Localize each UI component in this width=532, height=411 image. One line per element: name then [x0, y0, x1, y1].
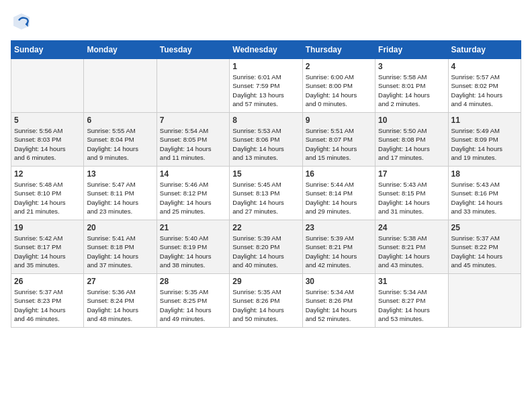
calendar-cell: 28Sunrise: 5:35 AM Sunset: 8:25 PM Dayli…: [157, 274, 229, 328]
weekday-header: Friday: [375, 41, 448, 59]
calendar-cell: [84, 59, 157, 113]
day-number: 23: [306, 223, 372, 232]
day-number: 28: [160, 277, 226, 286]
day-number: 25: [451, 223, 518, 232]
day-details: Sunrise: 5:49 AM Sunset: 8:09 PM Dayligh…: [451, 126, 518, 162]
day-number: 6: [87, 116, 153, 125]
calendar-cell: 6Sunrise: 5:55 AM Sunset: 8:04 PM Daylig…: [84, 113, 157, 167]
calendar-cell: 4Sunrise: 5:57 AM Sunset: 8:02 PM Daylig…: [448, 59, 521, 113]
calendar-cell: 9Sunrise: 5:51 AM Sunset: 8:07 PM Daylig…: [302, 113, 375, 167]
weekday-header: Sunday: [11, 41, 84, 59]
day-details: Sunrise: 5:50 AM Sunset: 8:08 PM Dayligh…: [378, 126, 445, 162]
calendar-week-row: 5Sunrise: 5:56 AM Sunset: 8:03 PM Daylig…: [11, 113, 521, 167]
calendar-cell: [157, 59, 229, 113]
calendar-cell: 18Sunrise: 5:43 AM Sunset: 8:16 PM Dayli…: [448, 167, 521, 220]
calendar-cell: 13Sunrise: 5:47 AM Sunset: 8:11 PM Dayli…: [84, 167, 157, 220]
day-number: 5: [14, 116, 81, 125]
calendar-week-row: 19Sunrise: 5:42 AM Sunset: 8:17 PM Dayli…: [11, 220, 521, 274]
calendar-cell: 20Sunrise: 5:41 AM Sunset: 8:18 PM Dayli…: [84, 220, 157, 274]
calendar-cell: 14Sunrise: 5:46 AM Sunset: 8:12 PM Dayli…: [157, 167, 229, 220]
calendar-cell: 10Sunrise: 5:50 AM Sunset: 8:08 PM Dayli…: [375, 113, 448, 167]
day-number: 22: [232, 223, 299, 232]
calendar-cell: 3Sunrise: 5:58 AM Sunset: 8:01 PM Daylig…: [375, 59, 448, 113]
logo-icon: [11, 11, 32, 32]
day-number: 18: [451, 169, 518, 179]
day-details: Sunrise: 6:00 AM Sunset: 8:00 PM Dayligh…: [306, 73, 372, 108]
day-details: Sunrise: 5:42 AM Sunset: 8:17 PM Dayligh…: [14, 234, 81, 269]
calendar-cell: 22Sunrise: 5:39 AM Sunset: 8:20 PM Dayli…: [230, 220, 302, 274]
day-number: 27: [87, 277, 153, 286]
day-number: 26: [14, 277, 81, 286]
calendar-cell: 2Sunrise: 6:00 AM Sunset: 8:00 PM Daylig…: [302, 59, 375, 113]
calendar-cell: 19Sunrise: 5:42 AM Sunset: 8:17 PM Dayli…: [11, 220, 84, 274]
calendar-cell: 26Sunrise: 5:37 AM Sunset: 8:23 PM Dayli…: [11, 274, 84, 328]
calendar-week-row: 12Sunrise: 5:48 AM Sunset: 8:10 PM Dayli…: [11, 167, 521, 220]
day-details: Sunrise: 5:43 AM Sunset: 8:15 PM Dayligh…: [378, 180, 445, 216]
calendar-cell: 30Sunrise: 5:34 AM Sunset: 8:26 PM Dayli…: [302, 274, 375, 328]
day-number: 30: [306, 277, 372, 286]
day-number: 29: [232, 277, 299, 286]
day-details: Sunrise: 5:58 AM Sunset: 8:01 PM Dayligh…: [378, 73, 445, 108]
day-details: Sunrise: 5:51 AM Sunset: 8:07 PM Dayligh…: [306, 126, 372, 162]
calendar-cell: 8Sunrise: 5:53 AM Sunset: 8:06 PM Daylig…: [230, 113, 302, 167]
day-details: Sunrise: 5:56 AM Sunset: 8:03 PM Dayligh…: [14, 126, 81, 162]
day-number: 16: [306, 169, 372, 179]
day-number: 4: [451, 62, 518, 71]
weekday-header: Saturday: [448, 41, 521, 59]
day-number: 17: [378, 169, 445, 179]
weekday-header: Thursday: [302, 41, 375, 59]
day-details: Sunrise: 5:43 AM Sunset: 8:16 PM Dayligh…: [451, 180, 518, 216]
calendar-cell: 27Sunrise: 5:36 AM Sunset: 8:24 PM Dayli…: [84, 274, 157, 328]
calendar-cell: 7Sunrise: 5:54 AM Sunset: 8:05 PM Daylig…: [157, 113, 229, 167]
day-details: Sunrise: 5:48 AM Sunset: 8:10 PM Dayligh…: [14, 180, 81, 216]
day-details: Sunrise: 5:55 AM Sunset: 8:04 PM Dayligh…: [87, 126, 153, 162]
calendar-cell: 5Sunrise: 5:56 AM Sunset: 8:03 PM Daylig…: [11, 113, 84, 167]
day-details: Sunrise: 5:34 AM Sunset: 8:26 PM Dayligh…: [306, 287, 372, 323]
calendar-cell: [11, 59, 84, 113]
day-details: Sunrise: 5:39 AM Sunset: 8:21 PM Dayligh…: [306, 234, 372, 269]
day-details: Sunrise: 5:44 AM Sunset: 8:14 PM Dayligh…: [306, 180, 372, 216]
calendar-cell: 25Sunrise: 5:37 AM Sunset: 8:22 PM Dayli…: [448, 220, 521, 274]
day-details: Sunrise: 5:40 AM Sunset: 8:19 PM Dayligh…: [160, 234, 226, 269]
day-details: Sunrise: 5:37 AM Sunset: 8:22 PM Dayligh…: [451, 234, 518, 269]
day-number: 12: [14, 169, 81, 179]
day-number: 31: [378, 277, 445, 286]
weekday-header: Tuesday: [157, 41, 229, 59]
calendar-cell: 15Sunrise: 5:45 AM Sunset: 8:13 PM Dayli…: [230, 167, 302, 220]
day-number: 3: [378, 62, 445, 71]
calendar-cell: 17Sunrise: 5:43 AM Sunset: 8:15 PM Dayli…: [375, 167, 448, 220]
weekday-header: Wednesday: [230, 41, 302, 59]
day-number: 9: [306, 116, 372, 125]
weekday-header-row: SundayMondayTuesdayWednesdayThursdayFrid…: [11, 41, 521, 59]
day-number: 13: [87, 169, 153, 179]
calendar-cell: 31Sunrise: 5:34 AM Sunset: 8:27 PM Dayli…: [375, 274, 448, 328]
calendar-cell: 29Sunrise: 5:35 AM Sunset: 8:26 PM Dayli…: [230, 274, 302, 328]
day-details: Sunrise: 5:38 AM Sunset: 8:21 PM Dayligh…: [378, 234, 445, 269]
day-number: 7: [160, 116, 226, 125]
day-details: Sunrise: 5:35 AM Sunset: 8:25 PM Dayligh…: [160, 287, 226, 323]
calendar-cell: [448, 274, 521, 328]
day-details: Sunrise: 5:47 AM Sunset: 8:11 PM Dayligh…: [87, 180, 153, 216]
day-details: Sunrise: 5:39 AM Sunset: 8:20 PM Dayligh…: [232, 234, 299, 269]
day-details: Sunrise: 5:46 AM Sunset: 8:12 PM Dayligh…: [160, 180, 226, 216]
day-number: 2: [306, 62, 372, 71]
calendar-week-row: 26Sunrise: 5:37 AM Sunset: 8:23 PM Dayli…: [11, 274, 521, 328]
day-number: 20: [87, 223, 153, 232]
calendar-cell: 16Sunrise: 5:44 AM Sunset: 8:14 PM Dayli…: [302, 167, 375, 220]
logo: [11, 11, 35, 32]
calendar-cell: 1Sunrise: 6:01 AM Sunset: 7:59 PM Daylig…: [230, 59, 302, 113]
day-number: 21: [160, 223, 226, 232]
day-details: Sunrise: 5:54 AM Sunset: 8:05 PM Dayligh…: [160, 126, 226, 162]
calendar-cell: 24Sunrise: 5:38 AM Sunset: 8:21 PM Dayli…: [375, 220, 448, 274]
day-number: 14: [160, 169, 226, 179]
day-number: 11: [451, 116, 518, 125]
calendar-cell: 12Sunrise: 5:48 AM Sunset: 8:10 PM Dayli…: [11, 167, 84, 220]
day-number: 1: [232, 62, 299, 71]
day-number: 15: [232, 169, 299, 179]
page-header: [11, 11, 521, 32]
day-details: Sunrise: 5:45 AM Sunset: 8:13 PM Dayligh…: [232, 180, 299, 216]
calendar-cell: 23Sunrise: 5:39 AM Sunset: 8:21 PM Dayli…: [302, 220, 375, 274]
day-number: 19: [14, 223, 81, 232]
day-details: Sunrise: 5:57 AM Sunset: 8:02 PM Dayligh…: [451, 73, 518, 108]
calendar-cell: 21Sunrise: 5:40 AM Sunset: 8:19 PM Dayli…: [157, 220, 229, 274]
